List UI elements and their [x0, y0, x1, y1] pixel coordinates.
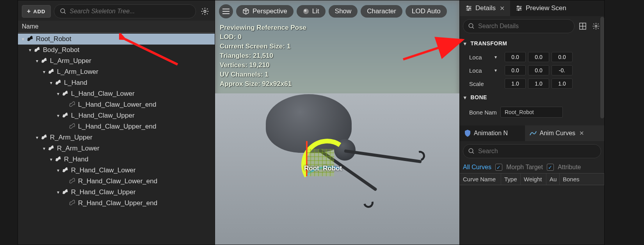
- svg-line-41: [472, 152, 474, 154]
- all-curves-filter[interactable]: All Curves: [463, 164, 491, 171]
- skeleton-search-field[interactable]: [70, 8, 190, 15]
- tree-row-label: L_Hand_Claw_Lower: [71, 90, 135, 98]
- location-z-field[interactable]: [551, 52, 573, 62]
- expander-icon[interactable]: ▾: [34, 135, 40, 140]
- chevron-down-icon[interactable]: ▾: [495, 54, 502, 60]
- tree-row[interactable]: R_Hand_Claw_Upper_end: [18, 198, 215, 209]
- tab-preview-label: Preview Scen: [526, 4, 566, 12]
- expander-icon[interactable]: ▾: [55, 190, 61, 195]
- bone-name-field[interactable]: [500, 107, 563, 118]
- skeleton-search-input[interactable]: [54, 4, 196, 18]
- tree-row-label: L_Hand_Claw_Upper_end: [78, 123, 156, 131]
- add-button[interactable]: + ADD: [22, 5, 51, 18]
- expander-icon[interactable]: ▾: [20, 36, 26, 42]
- curves-search-input[interactable]: [463, 144, 601, 158]
- skeleton-settings-button[interactable]: [199, 5, 211, 17]
- character-label: Character: [367, 7, 396, 15]
- transform-section-header[interactable]: ▾ TRANSFORM: [460, 36, 604, 50]
- tree-row[interactable]: ▾L_Hand: [18, 77, 215, 88]
- tree-row[interactable]: ▾L_Arm_Upper: [18, 55, 215, 66]
- tree-row[interactable]: L_Hand_Claw_Upper_end: [18, 121, 215, 132]
- viewport-bone-label: Root_Robot: [304, 165, 342, 172]
- tree-row[interactable]: ▾R_Hand_Claw_Lower: [18, 165, 215, 176]
- location-x-field[interactable]: [505, 52, 526, 62]
- bone-section-header[interactable]: ▾ BONE: [460, 90, 604, 104]
- details-settings-button[interactable]: [591, 21, 601, 31]
- close-icon[interactable]: ✕: [579, 130, 584, 137]
- attribute-label: Attribute: [558, 164, 581, 171]
- expander-icon[interactable]: ▾: [34, 58, 40, 64]
- show-dropdown[interactable]: Show: [329, 5, 358, 18]
- tree-row-label: R_Hand_Claw_Lower_end: [78, 177, 157, 185]
- lit-label: Lit: [312, 7, 319, 15]
- col-type[interactable]: Type: [501, 173, 521, 185]
- tree-row[interactable]: ▾R_Hand_Claw_Upper: [18, 187, 215, 198]
- lod-label: LOD Auto: [412, 7, 441, 15]
- rotation-y-field[interactable]: [528, 65, 549, 75]
- details-scrollbar[interactable]: [600, 17, 604, 118]
- attribute-checkbox[interactable]: ✓: [547, 164, 554, 171]
- col-auto[interactable]: Au: [546, 173, 560, 185]
- tab-anim-curves-label: Anim Curves: [540, 130, 576, 137]
- expander-icon[interactable]: ▾: [55, 113, 61, 118]
- viewport-menu-button[interactable]: [219, 4, 233, 18]
- scale-z-field[interactable]: [551, 79, 573, 89]
- details-search-field[interactable]: [478, 23, 569, 30]
- bone-tree[interactable]: ▾Root_Robot▾Body_Robot▾L_Arm_Upper▾L_Arm…: [18, 33, 215, 245]
- scale-label: Scale: [469, 80, 495, 87]
- tree-row[interactable]: ▾R_Hand: [18, 154, 215, 165]
- morph-target-checkbox[interactable]: ✓: [495, 164, 502, 171]
- svg-point-27: [468, 9, 469, 11]
- expander-icon[interactable]: ▾: [55, 168, 61, 173]
- lod-dropdown[interactable]: LOD Auto: [406, 5, 447, 18]
- chevron-down-icon[interactable]: ▾: [495, 68, 502, 73]
- col-bones[interactable]: Bones: [560, 173, 604, 185]
- location-y-field[interactable]: [528, 52, 549, 62]
- expander-icon[interactable]: ▾: [27, 47, 33, 53]
- tree-row[interactable]: L_Hand_Claw_Lower_end: [18, 99, 215, 110]
- viewport[interactable]: Root_Robot Perspective Lit Show Characte…: [215, 0, 460, 245]
- curves-table-header: Curve Name Type Weight Au Bones: [460, 173, 604, 185]
- svg-point-2: [204, 10, 206, 13]
- gear-icon: [201, 7, 209, 16]
- tree-row[interactable]: ▾Root_Robot: [18, 34, 215, 45]
- perspective-dropdown[interactable]: Perspective: [236, 5, 294, 18]
- tree-row[interactable]: ▾Body_Robot: [18, 45, 215, 55]
- expander-icon[interactable]: ▾: [41, 146, 47, 151]
- tab-anim-curves[interactable]: Anim Curves ✕: [525, 125, 605, 141]
- close-icon[interactable]: ✕: [500, 5, 505, 12]
- property-matrix-button[interactable]: [578, 21, 588, 31]
- tree-row[interactable]: ▾R_Arm_Upper: [18, 132, 215, 143]
- rotation-z-field[interactable]: [551, 65, 573, 75]
- tab-animation-notifies[interactable]: Animation N: [460, 125, 525, 141]
- viewport-toolbar: Perspective Lit Show Character LOD Auto: [219, 4, 455, 18]
- character-dropdown[interactable]: Character: [361, 5, 402, 18]
- col-weight[interactable]: Weight: [521, 173, 546, 185]
- expander-icon[interactable]: ▾: [41, 69, 47, 75]
- scale-x-field[interactable]: [505, 79, 526, 89]
- stat-line: Approx Size: 92x92x61: [220, 79, 306, 89]
- tree-row[interactable]: ▾L_Hand_Claw_Upper: [18, 110, 215, 121]
- tree-row[interactable]: R_Hand_Claw_Lower_end: [18, 176, 215, 187]
- tree-row[interactable]: ▾R_Arm_Lower: [18, 143, 215, 154]
- plus-icon: +: [27, 8, 31, 15]
- tree-row[interactable]: ▾L_Arm_Lower: [18, 66, 215, 77]
- lit-dropdown[interactable]: Lit: [297, 5, 326, 18]
- tree-row-label: L_Arm_Upper: [50, 57, 91, 65]
- expander-icon[interactable]: ▾: [48, 80, 54, 86]
- scale-y-field[interactable]: [528, 79, 549, 89]
- tree-column-header[interactable]: Name: [18, 21, 215, 33]
- expander-icon[interactable]: ▾: [55, 91, 61, 97]
- rotation-x-field[interactable]: [505, 65, 526, 75]
- tree-row-label: R_Hand_Claw_Lower: [71, 166, 135, 174]
- curves-search-field[interactable]: [478, 148, 596, 155]
- search-icon: [60, 8, 67, 15]
- svg-line-35: [472, 27, 474, 29]
- tree-row[interactable]: ▾L_Hand_Claw_Lower: [18, 88, 215, 99]
- col-curve-name[interactable]: Curve Name: [460, 173, 501, 185]
- expander-icon[interactable]: ▾: [48, 157, 54, 162]
- tab-preview-scene[interactable]: Preview Scen: [510, 0, 572, 16]
- add-button-label: ADD: [33, 9, 45, 14]
- tab-details[interactable]: Details ✕: [460, 0, 510, 16]
- details-search-input[interactable]: [463, 19, 575, 33]
